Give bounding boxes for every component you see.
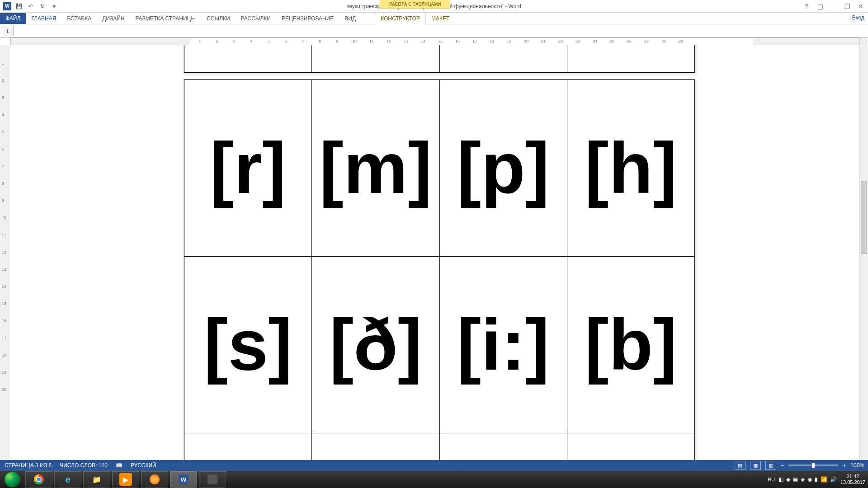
save-icon[interactable]: 💾 <box>14 2 24 11</box>
table-cell[interactable]: [m] <box>312 80 439 257</box>
tab-stop-selector-row: L <box>0 24 868 38</box>
tab-home[interactable]: ГЛАВНАЯ <box>26 13 61 24</box>
proofing-icon[interactable]: 📖 <box>116 462 123 469</box>
taskbar-ie[interactable]: e <box>54 471 81 488</box>
tray-language[interactable]: RU <box>768 477 775 482</box>
taskbar-chrome[interactable] <box>25 471 52 488</box>
status-word-count[interactable]: ЧИСЛО СЛОВ: 110 <box>60 462 108 469</box>
ruler-tick: 27 <box>644 39 649 43</box>
page-area[interactable]: [r] [m] [p] [h] [s] [ð] [i:] [b] <box>10 45 859 465</box>
close-icon[interactable]: ✕ <box>855 1 866 11</box>
volume-icon[interactable]: 🔊 <box>830 476 837 483</box>
taskbar-app[interactable] <box>199 471 226 488</box>
table-cell[interactable] <box>439 45 567 73</box>
phonetic-table-prev <box>184 45 695 73</box>
view-print-layout-icon[interactable]: ▦ <box>750 461 761 470</box>
view-read-mode-icon[interactable]: ▤ <box>735 461 745 470</box>
status-page[interactable]: СТРАНИЦА 3 ИЗ 6 <box>5 462 52 469</box>
qat-customize-icon[interactable]: ▾ <box>50 2 59 11</box>
undo-icon[interactable]: ↶ <box>26 2 35 11</box>
ribbon-options-icon[interactable]: ▢ <box>815 1 826 11</box>
chrome-icon <box>34 474 44 484</box>
zoom-slider-thumb[interactable] <box>812 463 815 468</box>
ruler-tick: 1 <box>198 39 201 43</box>
table-cell[interactable]: [p] <box>439 80 567 257</box>
tray-icon[interactable]: ◈ <box>801 476 805 483</box>
status-language[interactable]: РУССКИЙ <box>131 462 156 469</box>
table-cell[interactable]: [ð] <box>312 257 439 433</box>
word-app-icon[interactable]: W <box>3 2 12 11</box>
table-row <box>184 45 695 73</box>
tab-insert[interactable]: ВСТАВКА <box>61 13 97 24</box>
ruler-tick: 15 <box>438 39 443 43</box>
tab-file[interactable]: ФАЙЛ <box>0 13 26 24</box>
ruler-tick: 10 <box>352 39 357 43</box>
tray-clock[interactable]: 21:42 13.05.2017 <box>840 474 865 485</box>
ruler-tick: 6 <box>284 39 287 43</box>
status-bar: СТРАНИЦА 3 ИЗ 6 ЧИСЛО СЛОВ: 110 📖 РУССКИ… <box>0 460 868 471</box>
vruler-tick: 18 <box>2 353 6 357</box>
vertical-ruler[interactable]: 1234567891011121314151617181920 <box>0 45 10 465</box>
zoom-out-button[interactable]: − <box>781 462 784 469</box>
ribbon-tabs: ФАЙЛ ГЛАВНАЯ ВСТАВКА ДИЗАЙН РАЗМЕТКА СТР… <box>0 13 868 24</box>
tray-icon[interactable]: ▮ <box>815 476 818 483</box>
tab-table-layout[interactable]: МАКЕТ <box>426 13 455 24</box>
vruler-tick: 16 <box>2 319 6 323</box>
vruler-tick: 15 <box>2 301 6 306</box>
tab-design[interactable]: ДИЗАЙН <box>97 13 130 24</box>
table-cell[interactable]: [s] <box>184 257 312 433</box>
tray-icon[interactable]: ◉ <box>807 476 812 483</box>
ruler-tick: 3 <box>233 39 235 43</box>
firefox-icon <box>150 474 160 484</box>
vruler-tick: 1 <box>2 61 4 66</box>
table-cell[interactable]: [b] <box>567 257 694 433</box>
scrollbar-thumb[interactable] <box>861 181 867 254</box>
tray-icon[interactable]: ◧ <box>778 476 783 483</box>
ruler-tick: 22 <box>558 39 563 43</box>
tab-page-layout[interactable]: РАЗМЕТКА СТРАНИЦЫ <box>130 13 202 24</box>
vruler-tick: 13 <box>2 267 6 272</box>
ruler-tick: 13 <box>404 39 408 43</box>
tab-stop-selector[interactable]: L <box>3 26 14 36</box>
ruler-tick: 16 <box>455 39 460 43</box>
table-cell[interactable] <box>567 45 694 73</box>
vruler-tick: 3 <box>2 95 4 100</box>
tab-view[interactable]: ВИД <box>339 13 361 24</box>
restore-icon[interactable]: ❐ <box>842 1 853 11</box>
zoom-slider[interactable] <box>788 465 838 466</box>
table-cell[interactable]: [r] <box>184 80 312 257</box>
vruler-tick: 19 <box>2 370 6 375</box>
zoom-in-button[interactable]: + <box>843 462 846 469</box>
vruler-tick: 10 <box>2 216 6 220</box>
signin-link[interactable]: Вход <box>852 14 864 21</box>
media-player-icon: ▶ <box>119 473 132 486</box>
tab-table-design[interactable]: КОНСТРУКТОР <box>375 13 426 24</box>
tab-review[interactable]: РЕЦЕНЗИРОВАНИЕ <box>276 13 339 24</box>
zoom-level[interactable]: 100% <box>850 462 864 469</box>
taskbar-explorer[interactable]: 📁 <box>83 471 110 488</box>
taskbar-media-player[interactable]: ▶ <box>112 471 139 488</box>
start-button[interactable] <box>0 471 24 488</box>
document-workspace: 1234567891011121314151617181920 [r] [m] … <box>0 45 868 465</box>
table-row: [s] [ð] [i:] [b] <box>184 257 695 433</box>
view-web-layout-icon[interactable]: ▥ <box>765 461 776 470</box>
vertical-scrollbar[interactable] <box>859 45 868 465</box>
redo-icon[interactable]: ↻ <box>38 2 47 11</box>
table-cell[interactable] <box>184 45 312 73</box>
table-cell[interactable]: [i:] <box>439 257 567 433</box>
help-icon[interactable]: ? <box>801 1 812 11</box>
ruler-tick: 5 <box>267 39 269 43</box>
table-cell[interactable] <box>312 45 439 73</box>
tab-references[interactable]: ССЫЛКИ <box>201 13 235 24</box>
tab-mailings[interactable]: РАССЫЛКИ <box>236 13 276 24</box>
minimize-icon[interactable]: — <box>828 1 839 11</box>
tray-icon[interactable]: ▣ <box>793 476 798 483</box>
network-icon[interactable]: 📶 <box>821 476 827 483</box>
table-cell[interactable]: [h] <box>567 80 694 257</box>
tray-icon[interactable]: ◆ <box>786 476 790 483</box>
taskbar-firefox[interactable] <box>141 471 168 488</box>
taskbar-word[interactable]: W <box>170 471 197 488</box>
document-page-prev <box>184 45 695 73</box>
table-row: [r] [m] [p] [h] <box>184 80 695 257</box>
ruler-tick: 23 <box>576 39 580 43</box>
